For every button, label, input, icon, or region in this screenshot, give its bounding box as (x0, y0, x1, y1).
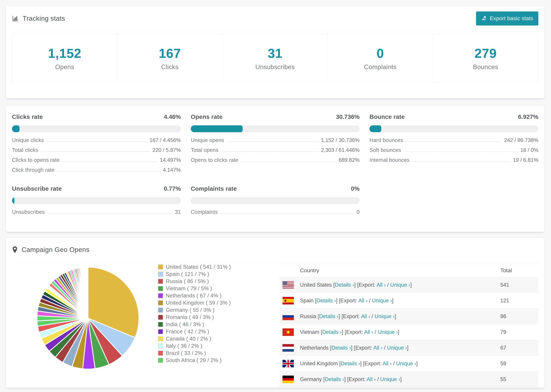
details-link[interactable]: Details › (341, 361, 360, 366)
legend-swatch (158, 343, 163, 349)
rate-row: Unique clicks167 / 4.456% (12, 137, 181, 142)
legend-item-brazil: Brazil ( 33 / 2% ) (158, 350, 278, 357)
export-unique-link[interactable]: Unique › (380, 376, 400, 382)
legend-swatch (158, 315, 163, 320)
rates-card: Clicks rate4.46%Unique clicks167 / 4.456… (6, 105, 545, 232)
export-all-link[interactable]: All › (367, 376, 376, 382)
legend-item-vietnam: Vietnam ( 79 / 5% ) (158, 285, 278, 292)
export-all-link[interactable]: All › (361, 313, 370, 319)
dotted-leader (241, 161, 336, 162)
export-all-link[interactable]: All › (364, 329, 373, 335)
legend-item-germany: Germany ( 55 / 3% ) (158, 307, 278, 314)
progress-bar (12, 125, 181, 132)
legend-swatch (158, 329, 163, 334)
rate-row-label: Complaints (191, 209, 218, 215)
tracking-stats-title: Tracking stats (12, 15, 65, 22)
export-all-link[interactable]: All › (373, 345, 382, 351)
table-row-de: Germany [Details ›] [Export: All › / Uni… (280, 371, 538, 387)
table-body: United States [Details ›] [Export: All ›… (280, 277, 538, 387)
export-unique-link[interactable]: Unique › (378, 329, 398, 335)
column-header-country: Country (280, 267, 500, 274)
rate-row-label: Total clicks (12, 147, 38, 153)
rate-row: Total clicks220 / 5.87% (12, 147, 181, 152)
total-cell: 59 (500, 361, 538, 367)
stat-box-complaints: 0Complaints (328, 34, 433, 82)
legend-label: France ( 42 / 2% ) (166, 329, 209, 335)
legend-swatch (158, 272, 163, 277)
rate-row: Opens to clicks rate689.82% (191, 157, 360, 162)
geo-opens-pie-chart (33, 263, 143, 373)
rates-row-1: Clicks rate4.46%Unique clicks167 / 4.456… (12, 113, 538, 172)
country-cell: United Kingdom [Details ›] [Export: All … (294, 361, 500, 367)
stat-value: 31 (268, 46, 283, 61)
rate-rows: Complaints0 (191, 209, 360, 214)
legend-item-canada: Canada ( 40 / 2% ) (158, 335, 278, 343)
stat-value: 279 (474, 46, 497, 61)
tracking-stats-card: Tracking stats Export basic stats 1,152O… (6, 6, 545, 98)
legend-label: Netherlands ( 67 / 4% ) (166, 293, 222, 299)
rate-row-label: Clicks to opens rate (12, 157, 60, 163)
rate-block-complaints-rate: Complaints rate0%Complaints0 (191, 185, 360, 214)
rate-row: Soft bounces18 / 0% (369, 147, 538, 152)
rate-row: Unique opens1,152 / 30.736% (191, 137, 360, 142)
legend-swatch (158, 279, 163, 284)
rate-row: Clicks to opens rate14.497% (12, 157, 181, 162)
rate-title: Complaints rate (191, 185, 237, 192)
total-cell: 86 (500, 313, 538, 320)
progress-bar (191, 197, 360, 204)
rate-row-label: Hard bounces (369, 137, 403, 143)
export-basic-stats-button[interactable]: Export basic stats (476, 11, 538, 26)
rate-row-value: 19 / 6.81% (513, 157, 538, 163)
geo-title-wrap: Campaign Geo Opens (12, 246, 90, 253)
pie-legend: United States ( 541 / 31% )Spain ( 121 /… (158, 263, 278, 364)
export-all-link[interactable]: All › (382, 361, 391, 366)
legend-item-united-kingdom: United Kingdom ( 59 / 3% ) (158, 299, 278, 307)
legend-label: United States ( 541 / 31% ) (166, 264, 231, 270)
legend-item-united-states: United States ( 541 / 31% ) (158, 263, 278, 271)
dotted-leader (403, 152, 518, 152)
rate-block-clicks-rate: Clicks rate4.46%Unique clicks167 / 4.456… (12, 113, 181, 172)
export-unique-link[interactable]: Unique › (387, 345, 407, 351)
export-unique-link[interactable]: Unique › (372, 298, 392, 304)
dotted-leader (62, 161, 157, 162)
stat-value: 167 (159, 46, 181, 61)
table-row-es: Spain [Details ›] [Export: All › / Uniqu… (280, 293, 538, 308)
details-link[interactable]: Details › (317, 298, 336, 304)
rate-row-value: 0 (357, 209, 360, 215)
rate-row: Complaints0 (191, 209, 360, 214)
stat-box-clicks: 167Clicks (117, 34, 223, 82)
dotted-leader (220, 213, 354, 214)
map-pin-icon (12, 246, 18, 253)
rate-value: 0.77% (164, 185, 181, 192)
export-unique-link[interactable]: Unique › (390, 282, 410, 288)
rate-row-value: 220 / 5.87% (152, 147, 181, 153)
rate-value: 4.46% (164, 113, 181, 120)
legend-item-france: France ( 42 / 2% ) (158, 328, 278, 335)
details-link[interactable]: Details › (322, 329, 342, 335)
rate-title: Clicks rate (12, 113, 43, 120)
rate-row-label: Click through rate (12, 167, 54, 173)
table-row-gb: United Kingdom [Details ›] [Export: All … (280, 356, 538, 371)
rate-value: 30.736% (336, 113, 360, 120)
export-arrow-icon (481, 15, 487, 22)
rate-row-label: Unique opens (191, 137, 224, 143)
rate-head: Clicks rate4.46% (12, 113, 181, 120)
progress-bar-fill (12, 125, 20, 132)
stat-label: Opens (55, 63, 74, 71)
rate-row-label: Soft bounces (369, 147, 401, 153)
details-link[interactable]: Details › (335, 282, 354, 288)
geo-opens-table: Country Total United States [Details ›] … (280, 264, 538, 387)
stat-value: 0 (377, 46, 384, 61)
export-all-link[interactable]: All › (377, 282, 386, 288)
rate-row-value: 14.497% (160, 157, 181, 163)
details-link[interactable]: Details › (325, 376, 344, 382)
rate-title: Unsubscribe rate (12, 185, 62, 192)
details-link[interactable]: Details › (332, 345, 351, 351)
legend-label: Germany ( 55 / 3% ) (166, 307, 215, 313)
export-all-link[interactable]: All › (358, 298, 367, 304)
export-unique-link[interactable]: Unique › (374, 313, 395, 319)
export-unique-link[interactable]: Unique › (396, 361, 416, 366)
tracking-stats-header: Tracking stats Export basic stats (6, 6, 544, 31)
stat-label: Clicks (161, 63, 179, 71)
details-link[interactable]: Details › (319, 313, 339, 319)
